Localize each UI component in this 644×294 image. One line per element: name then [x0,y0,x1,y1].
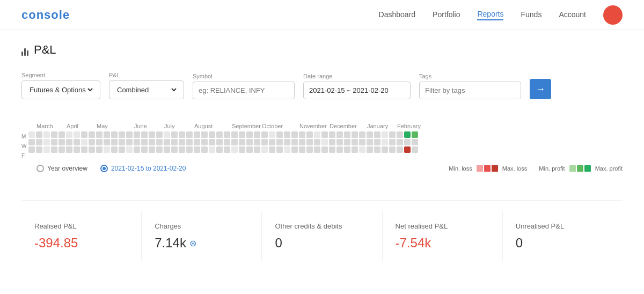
day-cell [81,131,87,138]
charges-row: 7.14k ⊛ [155,236,248,251]
year-overview-radio[interactable] [36,165,44,172]
nav-funds[interactable]: Funds [521,10,541,20]
day-cell [306,146,313,153]
day-cell [367,146,373,153]
year-overview-option[interactable]: Year overview [36,165,87,172]
pl-select-wrapper[interactable]: Combined Realised Unrealised [109,80,184,99]
day-label-f: F [21,152,26,159]
date-range-option[interactable]: 2021-02-15 to 2021-02-20 [100,165,186,172]
legend: Min. loss Max. loss Min. profit Max. pro… [449,165,623,172]
net-realised-pl-value: -7.54k [396,236,489,251]
week-col [43,131,50,153]
charges-label: Charges [155,222,248,230]
day-cell [374,131,380,138]
day-cell [104,131,110,138]
week-col [209,131,215,153]
day-cell [134,146,140,153]
day-cell [36,139,42,145]
page-title: P&L [34,43,56,57]
calendar-section: MarchAprilMayJuneJulyAugustSeptemberOcto… [21,114,623,181]
day-cell [209,131,215,138]
realised-pl-label: Realised P&L [34,222,128,230]
week-col [141,131,148,153]
segment-select-wrapper[interactable]: Futures & Options Equity Commodity Curre… [21,80,100,99]
week-col [389,131,396,153]
nav-account[interactable]: Account [559,10,586,20]
day-cell [336,146,343,153]
symbol-filter: Symbol [193,73,295,99]
day-cell [276,146,283,153]
go-button[interactable]: → [530,79,551,99]
charges-info-icon[interactable]: ⊛ [189,238,196,248]
day-cell [201,139,208,145]
day-cell [321,131,328,138]
symbol-input[interactable] [193,82,295,99]
day-cell [51,131,57,138]
week-col [36,131,42,153]
day-cell [254,146,260,153]
week-col [352,131,358,153]
header: console Dashboard Portfolio Reports Fund… [0,0,644,30]
daterange-input[interactable] [303,82,411,99]
realised-pl-card: Realised P&L -394.85 [21,211,142,261]
filters-row: Segment Futures & Options Equity Commodi… [21,72,623,99]
week-col [51,131,57,153]
day-cell [179,131,185,138]
day-cell [329,146,335,153]
day-cell [412,146,418,153]
week-col [284,131,290,153]
day-cell [156,139,163,145]
day-cell [179,139,185,145]
segment-select[interactable]: Futures & Options Equity Commodity Curre… [27,85,94,94]
month-label-january: January [367,123,397,129]
day-cell [231,131,238,138]
day-cell [329,131,335,138]
day-cell [216,131,223,138]
day-cell [43,146,50,153]
day-cell [321,139,328,145]
day-cell [291,131,298,138]
week-col [66,131,72,153]
day-cell [171,131,178,138]
day-cell [43,139,50,145]
week-col [261,131,268,153]
radio-dot [103,167,106,170]
week-col [119,131,125,153]
date-range-radio[interactable] [100,165,108,172]
day-cell [81,146,87,153]
other-credits-card: Other credits & debits 0 [262,211,382,261]
tags-input[interactable] [419,82,521,99]
week-col [336,131,343,153]
day-cell [141,131,148,138]
nav-reports[interactable]: Reports [477,10,503,20]
day-cell [111,131,118,138]
pl-select[interactable]: Combined Realised Unrealised [115,85,178,94]
day-cell [404,131,411,138]
day-cell [397,139,403,145]
day-cell [389,146,396,153]
nav-dashboard[interactable]: Dashboard [379,10,416,20]
day-cell [239,131,245,138]
realised-pl-value: -394.85 [34,236,128,251]
profit-colors [569,165,591,172]
week-col [367,131,373,153]
day-cell [231,139,238,145]
day-cell [224,146,230,153]
day-cell [186,146,193,153]
unrealised-pl-label: Unrealised P&L [516,222,610,230]
week-col [96,131,103,153]
week-col [314,131,320,153]
week-col [397,131,403,153]
avatar[interactable] [603,5,623,25]
day-cell [96,146,103,153]
day-cell [74,146,80,153]
tags-label: Tags [419,73,521,79]
segment-label: Segment [21,72,100,78]
week-col [254,131,260,153]
nav-portfolio[interactable]: Portfolio [433,10,460,20]
day-cell [404,139,411,145]
logo[interactable]: console [21,8,70,22]
day-cell [126,146,133,153]
day-cell [36,146,42,153]
week-col [224,131,230,153]
